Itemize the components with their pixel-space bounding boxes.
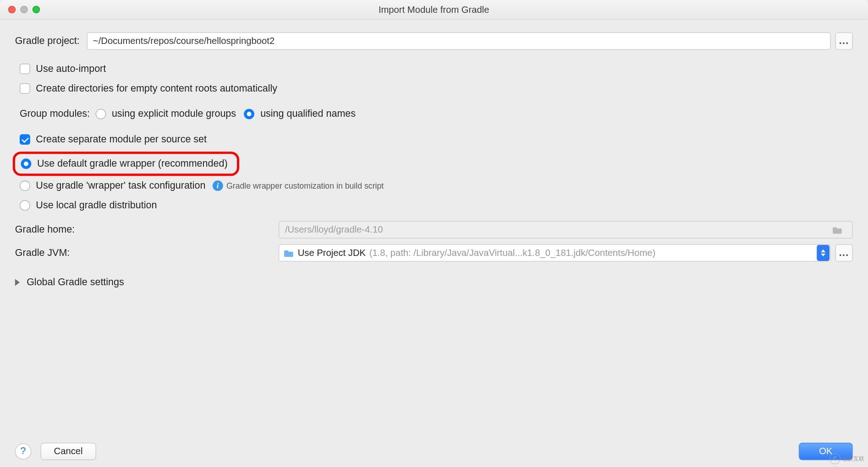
folder-icon: [832, 226, 843, 234]
gradle-home-label: Gradle home:: [15, 224, 279, 235]
explicit-groups-label: using explicit module groups: [112, 108, 236, 119]
gradle-home-input: /Users/lloyd/gradle-4.10: [279, 221, 853, 239]
window-controls: [0, 6, 40, 13]
qualified-names-label: using qualified names: [260, 108, 356, 119]
window-title: Import Module from Gradle: [0, 4, 868, 15]
global-settings-expander[interactable]: Global Gradle settings: [15, 277, 853, 288]
cancel-button[interactable]: Cancel: [40, 443, 96, 460]
create-dirs-checkbox[interactable]: [20, 83, 30, 94]
group-modules-label: Group modules:: [20, 108, 90, 119]
select-arrows-icon: [817, 245, 830, 261]
jvm-detail: (1.8, path: /Library/Java/JavaVirtual...…: [369, 248, 656, 258]
default-wrapper-radio[interactable]: [21, 158, 32, 169]
browse-project-button[interactable]: ...: [835, 33, 853, 50]
wrapper-task-label: Use gradle 'wrapper' task configuration: [36, 180, 205, 191]
jvm-value: Use Project JDK: [298, 248, 366, 258]
separate-module-label: Create separate module per source set: [36, 134, 207, 145]
titlebar: Import Module from Gradle: [0, 0, 868, 20]
local-dist-label: Use local gradle distribution: [36, 200, 157, 211]
create-dirs-label: Create directories for empty content roo…: [36, 83, 277, 94]
close-button[interactable]: [8, 6, 16, 13]
wrapper-task-radio[interactable]: [20, 180, 30, 191]
auto-import-label: Use auto-import: [36, 63, 106, 75]
folder-icon: [284, 249, 294, 257]
browse-jvm-button[interactable]: ...: [835, 244, 853, 261]
help-button[interactable]: ?: [15, 443, 31, 459]
gradle-project-label: Gradle project:: [15, 35, 80, 47]
watermark: C 创新互联: [830, 453, 864, 464]
separate-module-checkbox[interactable]: [20, 134, 30, 145]
qualified-names-radio[interactable]: [244, 109, 255, 119]
wrapper-hint: Gradle wrapper customization in build sc…: [226, 181, 384, 190]
default-wrapper-label: Use default gradle wrapper (recommended): [37, 158, 228, 169]
highlighted-option: Use default gradle wrapper (recommended): [13, 152, 239, 176]
minimize-button[interactable]: [20, 6, 27, 13]
gradle-jvm-label: Gradle JVM:: [15, 247, 279, 259]
explicit-groups-radio[interactable]: [96, 109, 106, 119]
gradle-jvm-select[interactable]: Use Project JDK (1.8, path: /Library/Jav…: [279, 244, 831, 261]
maximize-button[interactable]: [33, 6, 40, 13]
expander-label: Global Gradle settings: [27, 277, 124, 288]
gradle-project-input[interactable]: ~/Documents/repos/course/hellospringboot…: [87, 33, 831, 50]
auto-import-checkbox[interactable]: [20, 64, 30, 74]
import-gradle-dialog: Import Module from Gradle Gradle project…: [0, 0, 868, 467]
info-icon[interactable]: i: [213, 180, 223, 191]
chevron-right-icon: [15, 279, 20, 286]
local-dist-radio[interactable]: [20, 200, 30, 211]
